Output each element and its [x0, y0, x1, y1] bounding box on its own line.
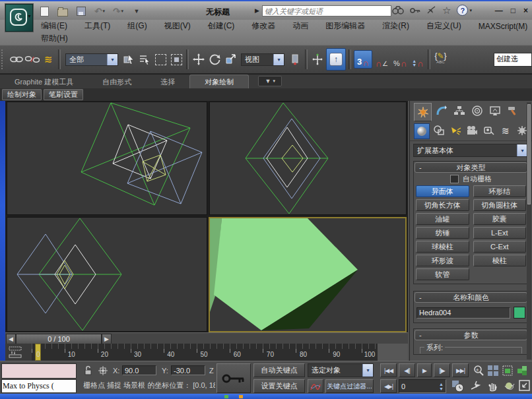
x-coordinate-field[interactable]: 90.0 — [122, 365, 156, 375]
menu-item-7[interactable]: 图形编辑器 — [325, 20, 365, 32]
bind-to-spacewarp-icon[interactable]: ≋ — [40, 49, 56, 70]
menu-item-4[interactable]: 创建(C) — [208, 20, 235, 32]
keyboard-shortcut-override-toggle[interactable]: ↑ — [326, 48, 346, 71]
maximize-viewport-toggle-icon[interactable] — [519, 380, 530, 391]
ribbon-panel-button-1[interactable]: 笔刷设置 — [44, 89, 83, 100]
save-file-button[interactable] — [75, 6, 87, 16]
current-frame-field[interactable]: 0 ▲▼ — [399, 379, 446, 393]
menu-item-3[interactable]: 视图(V) — [164, 20, 191, 32]
viewport-front[interactable] — [209, 102, 407, 215]
minimize-button[interactable]: — — [495, 6, 503, 15]
go-to-start-button[interactable]: |◀◀ — [380, 363, 397, 377]
toolbar-overflow-icon[interactable]: ▼ — [131, 6, 143, 16]
scrollbar-thumb[interactable] — [527, 104, 531, 204]
category-helpers[interactable] — [482, 123, 496, 138]
object-button-切角圆柱体[interactable]: 切角圆柱体 — [473, 199, 527, 211]
search-binoculars-icon[interactable] — [392, 6, 404, 15]
viewport-left[interactable] — [7, 217, 207, 332]
zoom-region-icon[interactable]: ± — [473, 365, 484, 377]
category-geometry-active[interactable] — [414, 123, 430, 139]
toolbar-drag-handle[interactable] — [1, 49, 6, 69]
object-button-L-Ext[interactable]: L-Ext — [473, 227, 527, 239]
application-menu-button[interactable]: ▼ — [5, 4, 33, 32]
key-mode-toggle-button[interactable]: ◀▶| — [380, 379, 397, 393]
menu-item-0[interactable]: 编辑(E) — [41, 20, 67, 32]
menu-item-6[interactable]: 动画 — [292, 20, 308, 32]
open-file-button[interactable] — [57, 6, 69, 16]
maxscript-mini-listener[interactable] — [1, 363, 77, 379]
category-shapes[interactable] — [432, 123, 446, 138]
previous-frame-arrow[interactable]: ◀ — [6, 334, 16, 344]
category-spacewarps[interactable]: ≋ — [498, 123, 513, 138]
set-key-button[interactable]: 设置关键点 — [253, 379, 305, 393]
redo-button[interactable]: ↷▾ — [112, 6, 124, 16]
object-name-field[interactable]: Hedra004 — [416, 307, 510, 319]
tab-motion[interactable] — [469, 103, 485, 119]
previous-frame-button[interactable]: ◀|| — [399, 363, 415, 377]
time-slider-button[interactable]: 0 / 100 — [16, 334, 102, 344]
angle-snap-toggle[interactable]: ∩∠ — [373, 50, 391, 69]
select-and-scale-icon[interactable] — [222, 49, 238, 70]
name-color-rollout-header[interactable]: - 名称和颜色 — [415, 292, 527, 303]
object-button-软管[interactable]: 软管 — [416, 268, 469, 280]
object-button-C-Ext[interactable]: C-Ext — [473, 241, 527, 253]
search-input[interactable] — [262, 5, 391, 16]
category-dropdown[interactable]: 扩展基本体 ▾ — [413, 144, 528, 157]
category-cameras[interactable] — [465, 123, 479, 138]
ribbon-tab-1[interactable]: 自由形式 — [88, 75, 146, 88]
menu-item-9[interactable]: 自定义(U) — [426, 20, 461, 32]
absolute-mode-transform-icon[interactable] — [98, 365, 108, 376]
selection-lock-icon[interactable] — [84, 365, 92, 376]
ribbon-panel-button-0[interactable]: 绘制对象 — [2, 89, 42, 100]
undo-button[interactable]: ↶▾ — [94, 6, 106, 16]
go-to-end-button[interactable]: ▶▶| — [452, 363, 469, 377]
object-button-胶囊[interactable]: 胶囊 — [473, 213, 527, 225]
object-button-异面体[interactable]: 异面体 — [416, 185, 469, 197]
unlink-selection-icon[interactable] — [24, 49, 40, 70]
new-file-button[interactable] — [38, 6, 50, 16]
menu-item-2[interactable]: 组(G) — [127, 20, 147, 32]
selection-filter-set-dropdown[interactable]: 选定对象 ▾ — [308, 363, 374, 377]
object-button-棱柱[interactable]: 棱柱 — [473, 255, 527, 266]
object-type-rollout-header[interactable]: - 对象类型 — [415, 162, 527, 173]
object-button-油罐[interactable]: 油罐 — [416, 213, 469, 225]
percent-snap-toggle[interactable]: %∩ — [391, 50, 409, 69]
play-button[interactable]: ▶ — [417, 363, 432, 377]
next-frame-button[interactable]: ||▶ — [434, 363, 450, 377]
ribbon-tab-3[interactable]: 对象绘制 — [189, 75, 249, 88]
frame-spinner-icon[interactable]: ▲▼ — [439, 382, 444, 391]
help-button[interactable]: ?▾ — [457, 5, 472, 16]
ribbon-minimize-button[interactable]: ▼▾ — [258, 76, 282, 86]
object-button-纺锤[interactable]: 纺锤 — [416, 227, 469, 239]
maxscript-listener-line[interactable]: Max to Physcs ( — [1, 379, 77, 393]
object-button-切角长方体[interactable]: 切角长方体 — [416, 199, 469, 211]
menu-item-10[interactable]: MAXScript(M) — [479, 22, 528, 31]
set-keys-button[interactable] — [216, 363, 251, 393]
next-frame-arrow[interactable]: ▶ — [102, 334, 112, 344]
close-button[interactable]: × — [523, 6, 528, 15]
ribbon-tab-0[interactable]: Graphite 建模工具 — [0, 75, 88, 88]
window-crossing-icon[interactable] — [168, 49, 184, 70]
rectangular-selection-region-icon[interactable] — [152, 49, 168, 70]
track-bar[interactable]: 0102030405060708090100 — [5, 344, 408, 361]
time-configuration-icon[interactable] — [451, 380, 464, 392]
command-panel-scrollbar[interactable] — [527, 102, 531, 359]
search-expand-icon[interactable]: ▶ — [255, 7, 259, 14]
ribbon-tab-2[interactable]: 选择 — [146, 75, 189, 88]
use-pivot-center-icon[interactable] — [287, 49, 303, 70]
spinner-snap-toggle[interactable]: ▲▼∩ — [409, 50, 426, 69]
menu-item-11[interactable]: 帮助(H) — [41, 33, 68, 44]
tab-create-active[interactable] — [414, 103, 432, 121]
edit-named-selection-sets-icon[interactable]: {✎}ABC — [432, 49, 448, 70]
category-lights[interactable] — [448, 123, 463, 138]
zoom-extents-all-icon[interactable] — [516, 365, 528, 377]
track-bar-ruler[interactable]: 0102030405060708090100 — [32, 344, 378, 361]
pan-hand-icon[interactable] — [487, 380, 499, 392]
object-button-环形波[interactable]: 环形波 — [416, 255, 469, 266]
tab-modify[interactable] — [433, 103, 449, 119]
maximize-button[interactable]: □ — [511, 6, 515, 15]
pan-view-arrow-icon[interactable] — [470, 380, 482, 392]
menu-item-8[interactable]: 渲染(R) — [382, 20, 409, 32]
parameters-rollout-header[interactable]: - 参数 — [415, 330, 527, 340]
favorites-star-icon[interactable]: ☆ — [442, 6, 451, 15]
